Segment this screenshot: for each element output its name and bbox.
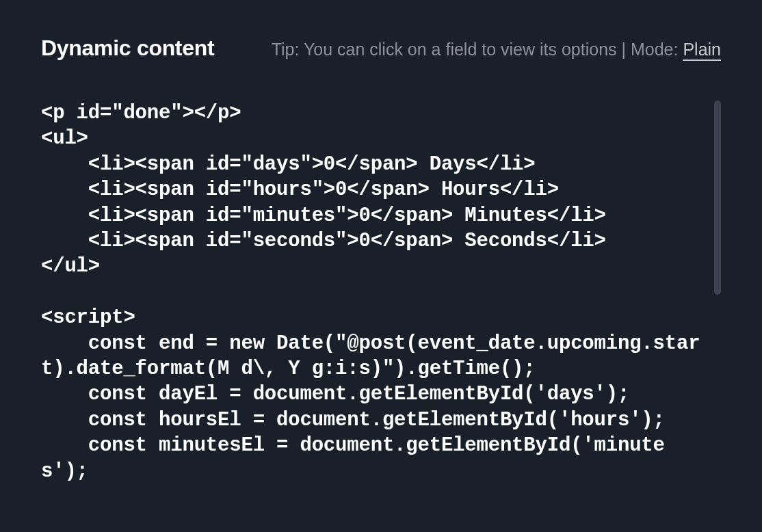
mode-link[interactable]: Plain [683, 40, 721, 59]
editor-panel: Dynamic content Tip: You can click on a … [0, 0, 762, 532]
hint-prefix: Tip: You can click on a field to view it… [272, 40, 683, 59]
scrollbar-track[interactable] [714, 101, 721, 532]
code-area-wrap: <p id="done"></p> <ul> <li><span id="day… [41, 101, 721, 532]
header: Dynamic content Tip: You can click on a … [41, 36, 721, 61]
hint-text: Tip: You can click on a field to view it… [272, 40, 721, 59]
scrollbar-thumb[interactable] [714, 101, 721, 295]
panel-title: Dynamic content [41, 36, 214, 61]
code-editor[interactable]: <p id="done"></p> <ul> <li><span id="day… [41, 101, 721, 484]
